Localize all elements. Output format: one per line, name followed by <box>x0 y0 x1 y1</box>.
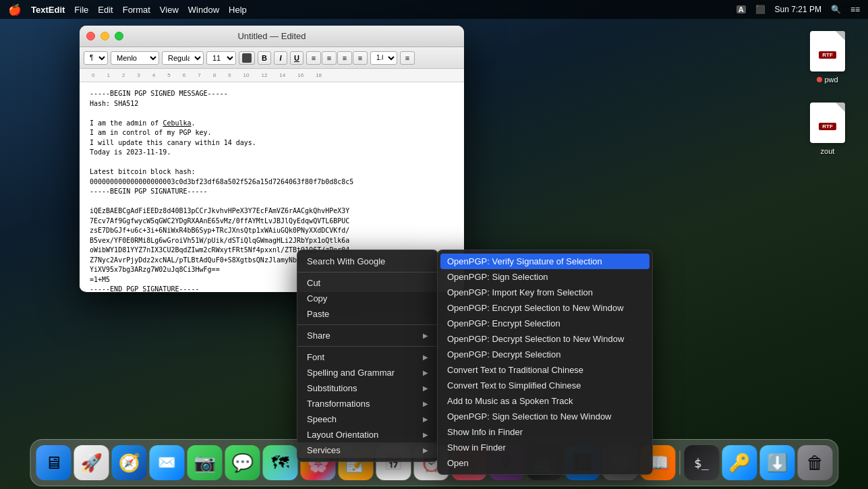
menubar-edit[interactable]: Edit <box>98 5 113 15</box>
toolbar-align-right[interactable]: ≡ <box>337 51 352 65</box>
toolbar-font-weight[interactable]: Regular <box>162 51 204 65</box>
menu-label-convert-traditional: Convert Text to Traditional Chinese <box>447 365 583 375</box>
menu-label-layout: Layout Orientation <box>307 430 378 440</box>
menu-item-substitutions[interactable]: Substitutions ▶ <box>297 380 438 396</box>
menu-label-services: Services <box>307 445 341 455</box>
menu-item-openpgp-decrypt[interactable]: OpenPGP: Decrypt Selection <box>438 347 652 362</box>
control-center-icon[interactable]: ≡≡ <box>850 5 860 14</box>
toolbar-list-btn[interactable]: ≡ <box>400 51 415 65</box>
rtf-icon-pwd: RTF <box>806 30 849 73</box>
rtf-icon-zout: RTF <box>806 101 849 144</box>
window-maximize-button[interactable] <box>115 32 123 40</box>
menu-item-openpgp-encrypt[interactable]: OpenPGP: Encrypt Selection <box>438 316 652 331</box>
toolbar-font-size[interactable]: 11 <box>206 51 236 65</box>
toolbar-align-center[interactable]: ≡ <box>322 51 337 65</box>
menu-label-add-to-music: Add to Music as a Spoken Track <box>447 396 573 406</box>
menubar-app-name[interactable]: TextEdit <box>31 5 65 15</box>
menu-item-share[interactable]: Share ▶ <box>297 328 438 343</box>
menu-label-show-info-finder: Show Info in Finder <box>447 427 523 437</box>
menubar-file[interactable]: File <box>74 5 88 15</box>
context-menu-right: OpenPGP: Verify Signature of Selection O… <box>437 250 653 475</box>
menu-item-convert-simplified[interactable]: Convert Text to Simplified Chinese <box>438 378 652 393</box>
toolbar-align-group: ≡ ≡ ≡ ≡ <box>306 51 368 65</box>
menu-item-services[interactable]: Services ▶ <box>297 442 438 458</box>
accessibility-icon[interactable]: A <box>736 5 746 13</box>
window-toolbar: ¶ Menlo Regular 11 B I U ≡ ≡ ≡ ≡ 1.0 ≡ <box>80 47 464 69</box>
toolbar-paragraph-style[interactable]: ¶ <box>84 51 108 65</box>
toolbar-align-left[interactable]: ≡ <box>306 51 321 65</box>
menu-item-openpgp-verify[interactable]: OpenPGP: Verify Signature of Selection <box>440 254 649 269</box>
dock-icon-mail[interactable]: ✉️ <box>149 445 184 480</box>
dock-icon-safari[interactable]: 🧭 <box>111 445 146 480</box>
menu-item-open[interactable]: Open <box>438 455 652 471</box>
menu-label-font: Font <box>307 352 324 362</box>
menu-item-openpgp-sign[interactable]: OpenPGP: Sign Selection <box>438 269 652 285</box>
dock-icon-keychain[interactable]: 🔑 <box>722 445 757 480</box>
menu-item-copy[interactable]: Copy <box>297 291 438 306</box>
menu-item-show-info-finder[interactable]: Show Info in Finder <box>438 424 652 440</box>
menubar-format[interactable]: Format <box>123 5 150 15</box>
menu-item-spelling-grammar[interactable]: Spelling and Grammar ▶ <box>297 365 438 380</box>
menu-label-open: Open <box>447 458 469 468</box>
menu-label-openpgp-encrypt-new: OpenPGP: Encrypt Selection to New Window <box>447 303 624 313</box>
menu-item-speech[interactable]: Speech ▶ <box>297 411 438 427</box>
menu-item-font[interactable]: Font ▶ <box>297 349 438 365</box>
window-close-button[interactable] <box>86 32 95 40</box>
toolbar-line-spacing[interactable]: 1.0 <box>370 51 397 65</box>
search-icon[interactable]: 🔍 <box>831 5 841 14</box>
menu-item-layout-orientation[interactable]: Layout Orientation ▶ <box>297 427 438 442</box>
menu-label-convert-simplified: Convert Text to Simplified Chinese <box>447 380 581 391</box>
desktop-icon-rtf-zout[interactable]: RTF zout <box>801 101 855 155</box>
menu-item-cut[interactable]: Cut <box>297 275 438 291</box>
font-arrow-icon: ▶ <box>423 353 428 361</box>
dock-icon-messages[interactable]: 💬 <box>225 445 260 480</box>
toolbar-align-justify[interactable]: ≡ <box>353 51 368 65</box>
services-arrow-icon: ▶ <box>423 447 428 454</box>
menu-label-openpgp-sign-new: OpenPGP: Sign Selection to New Window <box>447 411 612 422</box>
toolbar-font-family[interactable]: Menlo <box>111 51 159 65</box>
speech-arrow-icon: ▶ <box>423 415 428 423</box>
dock-icon-maps[interactable]: 🗺 <box>262 445 297 480</box>
dock-icon-finder[interactable]: 🖥 <box>36 445 71 480</box>
menu-item-show-in-finder[interactable]: Show in Finder <box>438 440 652 455</box>
menu-label-share: Share <box>307 330 330 341</box>
menu-label-cut: Cut <box>307 278 320 288</box>
desktop-icon-rtf-pwd[interactable]: RTF pwd <box>801 30 855 84</box>
toolbar-color-btn[interactable] <box>239 51 255 65</box>
toolbar-underline-btn[interactable]: U <box>290 51 303 65</box>
menu-item-convert-traditional[interactable]: Convert Text to Traditional Chinese <box>438 362 652 378</box>
spelling-arrow-icon: ▶ <box>423 369 428 376</box>
transformations-arrow-icon: ▶ <box>423 400 428 407</box>
menubar-window[interactable]: Window <box>188 5 219 15</box>
window-ruler: 0 1 2 3 4 5 6 7 8 9 10 12 14 16 18 <box>80 69 464 82</box>
menu-separator-2 <box>297 324 438 325</box>
menu-item-openpgp-encrypt-new[interactable]: OpenPGP: Encrypt Selection to New Window <box>438 300 652 316</box>
menu-item-transformations[interactable]: Transformations ▶ <box>297 396 438 411</box>
dock-icon-launchpad[interactable]: 🚀 <box>74 445 109 480</box>
menu-label-copy: Copy <box>307 293 327 304</box>
toolbar-bold-btn[interactable]: B <box>258 51 271 65</box>
menubar-help[interactable]: Help <box>229 5 247 15</box>
menu-label-search: Search With Google <box>307 256 385 266</box>
apple-menu[interactable]: 🍎 <box>8 3 22 16</box>
menu-item-add-to-music[interactable]: Add to Music as a Spoken Track <box>438 393 652 409</box>
display-icon[interactable]: ⬛ <box>755 5 765 14</box>
dock-icon-downloads[interactable]: ⬇️ <box>759 445 794 480</box>
menu-item-openpgp-import[interactable]: OpenPGP: Import Key from Selection <box>438 285 652 300</box>
menu-item-openpgp-decrypt-new[interactable]: OpenPGP: Decrypt Selection to New Window <box>438 331 652 347</box>
menu-label-transformations: Transformations <box>307 399 370 409</box>
menu-separator-3 <box>297 346 438 347</box>
menubar-view[interactable]: View <box>160 5 179 15</box>
window-minimize-button[interactable] <box>100 32 109 40</box>
menu-label-openpgp-sign: OpenPGP: Sign Selection <box>447 272 548 282</box>
dock-icon-facetime[interactable]: 📷 <box>187 445 222 480</box>
menubar: 🍎 TextEdit File Edit Format View Window … <box>0 0 868 19</box>
menu-item-openpgp-sign-new[interactable]: OpenPGP: Sign Selection to New Window <box>438 409 652 424</box>
dock-icon-trash[interactable]: 🗑 <box>797 445 832 480</box>
menu-item-search-with-google[interactable]: Search With Google <box>297 254 438 269</box>
menu-item-paste[interactable]: Paste <box>297 306 438 322</box>
menu-label-speech: Speech <box>307 414 337 424</box>
substitutions-arrow-icon: ▶ <box>423 384 428 392</box>
dock-icon-terminal[interactable]: $_ <box>684 445 719 480</box>
toolbar-italic-btn[interactable]: I <box>274 51 287 65</box>
